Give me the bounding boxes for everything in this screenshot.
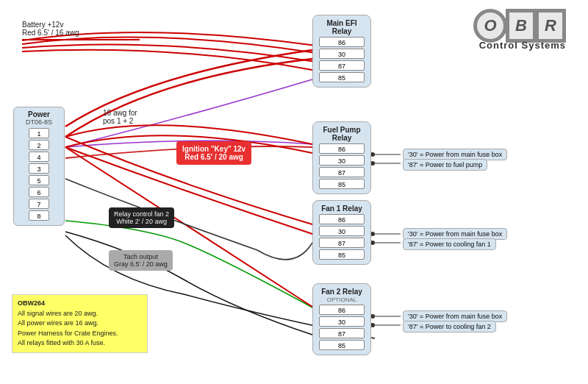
fan2-optional: OPTIONAL [316, 296, 368, 303]
fan2-pin-85: 85 [319, 340, 365, 350]
main-efi-relay: Main EFI Relay 86 30 87 85 [312, 15, 371, 88]
fan2-pin-86: 86 [319, 305, 365, 315]
main-efi-pin-87: 87 [319, 60, 365, 71]
pin-3: 3 [29, 163, 49, 174]
fan1-87-label: '87' = Power to cooling fan 1 [403, 238, 496, 250]
obr-tagline: Control Systems [473, 40, 566, 51]
fan1-relay: Fan 1 Relay 86 30 87 85 [312, 200, 371, 265]
notes-id: OBW264 [18, 299, 142, 309]
diagram: Battery +12v Red 6.5' / 16 awg 16 awg fo… [0, 0, 588, 384]
fan2-pin-30: 30 [319, 316, 365, 327]
notes-line4: All relays fitted with 30 A fuse. [18, 338, 142, 349]
fuel-pump-title: Fuel Pump Relay [316, 126, 368, 142]
fuel-pump-pin-30: 30 [319, 155, 365, 166]
pin-7: 7 [29, 199, 49, 209]
fan2-relay: Fan 2 Relay OPTIONAL 86 30 87 85 [312, 283, 371, 355]
pin-1: 1 [29, 128, 49, 138]
power-connector-title: Power [16, 110, 62, 118]
main-efi-pin-86: 86 [319, 37, 365, 47]
notes-line1: All signal wires are 20 awg. [18, 309, 142, 319]
fan1-pin-30: 30 [319, 226, 365, 236]
relay-ctrl-label: Relay control fan 2 White 2' / 20 awg [109, 207, 174, 228]
fan1-title: Fan 1 Relay [316, 205, 368, 213]
battery-label: Battery +12v Red 6.5' / 16 awg [22, 21, 140, 40]
power-connector-subtitle: DT06-8S [16, 118, 62, 126]
pos-label: 16 awg for pos 1 + 2 [103, 109, 137, 125]
pin-5: 5 [29, 175, 49, 185]
notes-line2: All power wires are 16 awg. [18, 319, 142, 329]
fan2-title: Fan 2 Relay [316, 288, 368, 296]
fuel-pump-pin-85: 85 [319, 179, 365, 189]
fuel-pump-relay: Fuel Pump Relay 86 30 87 85 [312, 121, 371, 194]
pin-2: 2 [29, 140, 49, 150]
pin-8: 8 [29, 210, 49, 221]
fan1-pin-87: 87 [319, 238, 365, 248]
obr-logo: O B R Control Systems [473, 9, 566, 51]
fuel-pump-pin-86: 86 [319, 143, 365, 154]
fan1-pin-85: 85 [319, 249, 365, 260]
pin-4: 4 [29, 152, 49, 162]
main-efi-pin-85: 85 [319, 72, 365, 82]
power-connector: Power DT06-8S 1 2 4 3 5 6 7 8 [13, 107, 65, 226]
fan1-pin-86: 86 [319, 214, 365, 224]
pin-6: 6 [29, 187, 49, 197]
ignition-label: Ignition "Key" 12v Red 6.5' / 20 awg [176, 141, 251, 165]
fan2-pin-87: 87 [319, 328, 365, 338]
notes-box: OBW264 All signal wires are 20 awg. All … [12, 294, 148, 353]
fuel-pump-87-label: '87' = Power to fuel pump [403, 159, 487, 171]
notes-line3: Power Harness for Crate Engines. [18, 329, 142, 339]
main-efi-title: Main EFI Relay [316, 19, 368, 35]
fuel-pump-pin-87: 87 [319, 167, 365, 177]
main-efi-pin-30: 30 [319, 49, 365, 59]
tach-label: Tach output Gray 6.5' / 20 awg [109, 250, 173, 271]
fan2-87-label: '87' = Power to cooling fan 2 [403, 321, 496, 333]
